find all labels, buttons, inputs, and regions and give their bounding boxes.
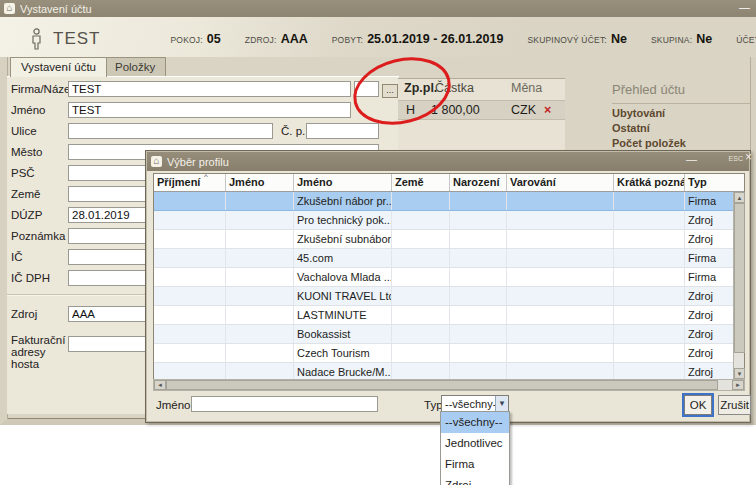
profile-table: Příjmení^ Jméno Jméno Země Narození Varo… [153,173,745,379]
source-label: ZDROJ: [245,35,277,45]
ok-button[interactable]: OK [684,395,712,415]
type-dropdown-list: --všechny-- Jednotlivec Firma Zdroj [440,411,510,485]
group-label: SKUPINA: [651,35,692,45]
firma-extra-input[interactable] [354,81,379,97]
poznamka-label: Poznámka [11,230,65,242]
dialog-building-icon: ⌂ [151,156,162,167]
profile-table-header: Příjmení^ Jméno Jméno Země Narození Varo… [154,174,744,192]
payment-currency-value: CZK [511,103,536,117]
col-varovani[interactable]: Varování [507,174,614,191]
profile-picker-more-button[interactable]: ... [382,84,398,98]
table-row[interactable]: KUONI TRAVEL LtdZdroj [154,287,733,306]
horizontal-scrollbar-thumb[interactable] [166,380,718,390]
ulice-input[interactable] [68,123,273,139]
overview-item-ubytovani: Ubytování [612,107,750,119]
table-row[interactable]: 45.comFirma [154,249,733,268]
scroll-right-icon[interactable]: ► [732,380,744,390]
table-row[interactable]: Czech TourismZdroj [154,344,733,363]
firma-input[interactable] [68,81,351,97]
col-typ[interactable]: Typ [685,174,733,191]
room-value: 05 [207,32,221,46]
table-row[interactable]: Pro technický pok...Zdroj [154,211,733,230]
payment-currency-column: Měna [511,81,542,95]
table-row[interactable]: Nadace Brucke/M...Zdroj [154,363,733,379]
jmeno-input[interactable] [68,102,351,118]
table-row[interactable]: Zkušební subnáborZdroj [154,230,733,249]
guest-header: TEST POKOJ:05 ZDROJ:AAA POBYT:25.01.2019… [30,27,756,51]
col-jmeno-2[interactable]: Jméno [294,174,392,191]
psc-label: PSČ [11,167,35,179]
firma-label: Firma/Název [11,83,76,95]
type-option-vsechny[interactable]: --všechny-- [441,412,509,433]
overview-item-pocet-polozek: Počet položek [612,137,750,149]
icdph-label: IČ DPH [11,272,50,284]
filter-type-value: --všechny-- [445,398,500,410]
overview-item-ostatni: Ostatní [612,122,750,134]
cp-input[interactable] [306,123,379,139]
zdroj-label: Zdroj [11,308,37,320]
filter-type-label: Typ [424,399,443,411]
zeme-label: Země [11,188,40,200]
scroll-up-icon[interactable]: ▲ [734,192,745,203]
account-overview-panel: Přehled účtu Ubytování Ostatní Počet pol… [612,82,750,149]
app-building-icon: ⌂ [4,3,15,14]
jmeno-label: Jméno [11,104,46,116]
guest-name: TEST [53,29,100,49]
person-icon [30,28,43,50]
combo-dropdown-icon[interactable]: ▼ [495,396,508,412]
col-zeme[interactable]: Země [392,174,450,191]
payment-amount-value: 1 800,00 [431,103,480,117]
col-prijmeni[interactable]: Příjmení^ [154,174,226,191]
stay-label: POBYT: [332,35,363,45]
payment-row[interactable]: H 1 800,00 CZK × [398,100,565,120]
filter-name-input[interactable] [191,396,378,412]
horizontal-scrollbar[interactable]: ◄ ► [153,379,745,391]
vertical-scrollbar-thumb[interactable] [734,203,745,353]
table-row[interactable]: Vachalova Mlada ...Firma [154,268,733,287]
window-title: Vystavení účtu [20,3,92,15]
group-value: Ne [696,32,712,46]
scroll-down-icon[interactable]: ▼ [734,368,745,379]
source-value: AAA [281,32,308,46]
account-label: ÚČET: [736,35,756,45]
mesto-label: Město [11,146,42,158]
cp-label: Č. p. [281,125,305,137]
col-narozeni[interactable]: Narození [450,174,507,191]
dialog-title: Výběr profilu [167,156,229,168]
type-option-firma[interactable]: Firma [441,454,509,475]
table-row[interactable]: BookassistZdroj [154,325,733,344]
type-option-zdroj[interactable]: Zdroj [441,475,509,485]
payment-method-value: H [406,103,415,117]
profile-picker-dialog: ⌂ Výběr profilu — ESC × Příjmení^ Jméno … [145,150,751,423]
group-account-label: SKUPINOVÝ ÚČET: [527,35,607,45]
dialog-esc-label: ESC × [729,155,743,162]
cancel-button[interactable]: Zrušit [718,395,751,415]
table-row[interactable]: Zkušební nábor pr...Firma [154,192,733,211]
dialog-close-icon[interactable]: × [745,150,752,164]
window-minimize-button[interactable]: — [739,1,750,13]
scroll-left-icon[interactable]: ◄ [154,380,166,390]
stay-value: 25.01.2019 - 26.01.2019 [367,32,503,46]
dialog-titlebar: ⌂ Výběr profilu — ESC × [147,152,749,171]
payment-amount-column: Částka [435,81,474,95]
ulice-label: Ulice [11,125,37,137]
col-kratka-poznamka[interactable]: Krátká poznámka [614,174,685,191]
overview-title: Přehled účtu [612,82,750,97]
overview-divider [612,103,750,104]
table-row[interactable]: LASTMINUTEZdroj [154,306,733,325]
profile-table-body: Zkušební nábor pr...Firma Pro technický … [154,192,733,379]
tab-polozky[interactable]: Položky [104,57,166,76]
dialog-minimize-button[interactable]: — [686,153,697,165]
type-option-jednotlivec[interactable]: Jednotlivec [441,433,509,454]
duzp-label: DÚZP [11,209,42,221]
payment-method-column: Zp.pl. [404,81,437,95]
col-jmeno-1[interactable]: Jméno [226,174,294,191]
sort-asc-icon: ^ [204,174,208,181]
group-account-value: Ne [611,32,627,46]
fakturacni-label: Fakturační adresy hosta [11,334,67,370]
payment-header-row: Zp.pl. Částka Měna [398,81,565,100]
tab-vystaveni-uctu[interactable]: Vystavení účtu [10,57,107,77]
payment-remove-icon[interactable]: × [544,103,551,117]
ic-label: IČ [11,251,23,263]
vertical-scrollbar[interactable]: ▲ ▼ [733,192,744,379]
